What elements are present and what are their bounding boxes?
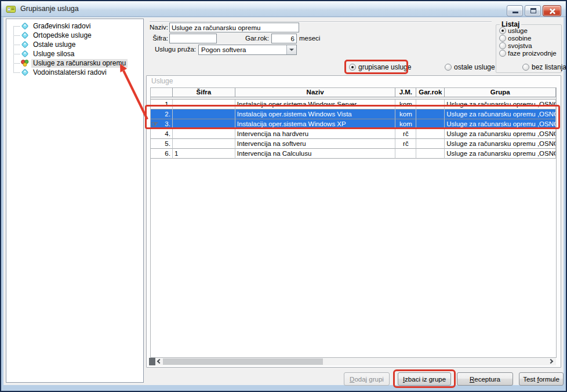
table-row-selected-current[interactable]: ☞3. Instalacija oper.sistema Windows XP … bbox=[151, 119, 556, 129]
radio-faze-proizvodnje[interactable]: faze proizvodnje bbox=[499, 50, 557, 57]
dodaj-grupi-button[interactable]: Dodaj grupi bbox=[344, 372, 390, 386]
garrok-input[interactable] bbox=[271, 34, 297, 43]
test-formule-button[interactable]: Test formule bbox=[519, 372, 564, 386]
table-row[interactable]: 4. Intervencija na hardveru rč Usluge za… bbox=[151, 129, 556, 139]
tag-icon bbox=[21, 22, 29, 30]
receptura-button[interactable]: Receptura bbox=[457, 372, 513, 386]
usluge-groupbox: Usluge Šifra Naziv J.M. Gar.rok Grupa 1.… bbox=[146, 75, 561, 368]
close-button[interactable] bbox=[543, 5, 561, 16]
uslugu-pruza-label: Uslugu pruža: bbox=[146, 46, 196, 53]
hscrollbar-thumb[interactable] bbox=[163, 358, 323, 365]
usluge-group-title: Usluge bbox=[151, 77, 173, 85]
radio-grupisane-usluge[interactable]: grupisane usluge bbox=[349, 63, 411, 71]
group-cluster-icon bbox=[21, 59, 29, 67]
tree-item-ostale-usluge[interactable]: Ostale usluge bbox=[13, 40, 77, 49]
services-grid: Šifra Naziv J.M. Gar.rok Grupa 1. Instal… bbox=[150, 87, 557, 358]
table-row[interactable]: 5. Intervencija na softveru rč Usluge za… bbox=[151, 139, 556, 149]
radio-icon bbox=[499, 50, 506, 57]
tree-item-vodoinstalaterski-radovi[interactable]: Vodoinstalaterski radovi bbox=[13, 68, 108, 77]
table-row-selected[interactable]: 2. Instalacija oper.sistema Windows Vist… bbox=[151, 109, 556, 119]
radio-svojstva[interactable]: svojstva bbox=[499, 42, 532, 49]
izbaci-iz-grupe-button[interactable]: Izbaci iz grupe bbox=[398, 372, 451, 386]
app-icon bbox=[6, 5, 16, 13]
tree-item-ortopedske-usluge[interactable]: Ortopedske usluge bbox=[13, 31, 93, 40]
combobox-value: Pogon softvera bbox=[201, 46, 246, 54]
sifra-input[interactable] bbox=[169, 34, 217, 43]
uslugu-pruza-combobox[interactable]: Pogon softvera bbox=[198, 45, 297, 55]
radio-icon bbox=[499, 27, 506, 34]
row-pointer-icon: ☞ bbox=[151, 119, 159, 129]
table-row[interactable]: 6. 1 Intervencija na Calculusu Usluge za… bbox=[151, 149, 556, 159]
title-bar: Grupisanje usluga bbox=[1, 1, 566, 17]
maximize-button[interactable] bbox=[525, 5, 541, 16]
grid-header-row: Šifra Naziv J.M. Gar.rok Grupa bbox=[151, 88, 556, 97]
radio-usluge[interactable]: usluge bbox=[499, 27, 528, 34]
radio-icon bbox=[445, 64, 452, 71]
tree-item-usluge-silosa[interactable]: Usluge silosa bbox=[13, 49, 76, 58]
radio-icon bbox=[522, 64, 529, 71]
group-tree: Građevinski radovi Ortopedske usluge Ost… bbox=[6, 19, 144, 383]
maximize-icon bbox=[530, 8, 536, 13]
radio-osobine[interactable]: osobine bbox=[499, 35, 531, 42]
sifra-label: Šifra: bbox=[148, 35, 168, 42]
minimize-icon bbox=[513, 12, 518, 13]
tree-item-usluge-za-racunarsku-opremu[interactable]: Usluge za računarsku opremu bbox=[13, 58, 128, 68]
radio-icon bbox=[499, 42, 506, 49]
radio-bez-listanja[interactable]: bez listanja bbox=[522, 63, 566, 71]
garrok-suffix: meseci bbox=[299, 35, 320, 42]
tag-icon bbox=[21, 50, 29, 58]
window-title: Grupisanje usluga bbox=[20, 5, 79, 13]
hscrollbar-home-box[interactable] bbox=[149, 358, 155, 365]
minimize-button[interactable] bbox=[507, 5, 523, 16]
header-jm[interactable]: J.M. bbox=[395, 88, 416, 97]
naziv-label: Naziv: bbox=[150, 24, 168, 31]
tag-icon bbox=[21, 31, 29, 39]
chevron-down-icon bbox=[289, 49, 294, 51]
radio-icon bbox=[349, 64, 356, 71]
header-sifra[interactable]: Šifra bbox=[173, 88, 235, 97]
header-rownum[interactable] bbox=[151, 88, 173, 97]
naziv-input[interactable] bbox=[169, 23, 299, 32]
tag-icon bbox=[21, 68, 29, 76]
header-garrok[interactable]: Gar.rok bbox=[416, 88, 445, 97]
app-window: Grupisanje usluga Građevinski radovi Ort… bbox=[0, 0, 567, 392]
garrok-label: Gar.rok: bbox=[234, 35, 269, 42]
header-naziv[interactable]: Naziv bbox=[235, 88, 396, 97]
dialog-content: Građevinski radovi Ortopedske usluge Ost… bbox=[3, 17, 564, 385]
table-row[interactable]: 1. Instalacija oper.sistema Windows Serv… bbox=[151, 100, 556, 109]
form-divider bbox=[150, 21, 492, 22]
radio-ostale-usluge[interactable]: ostale usluge bbox=[445, 63, 495, 71]
radio-icon bbox=[499, 35, 506, 42]
header-grupa[interactable]: Grupa bbox=[445, 88, 556, 97]
tag-icon bbox=[21, 41, 29, 49]
combobox-dropdown-button[interactable] bbox=[286, 45, 296, 54]
tree-item-gradevinski-radovi[interactable]: Građevinski radovi bbox=[13, 21, 92, 31]
